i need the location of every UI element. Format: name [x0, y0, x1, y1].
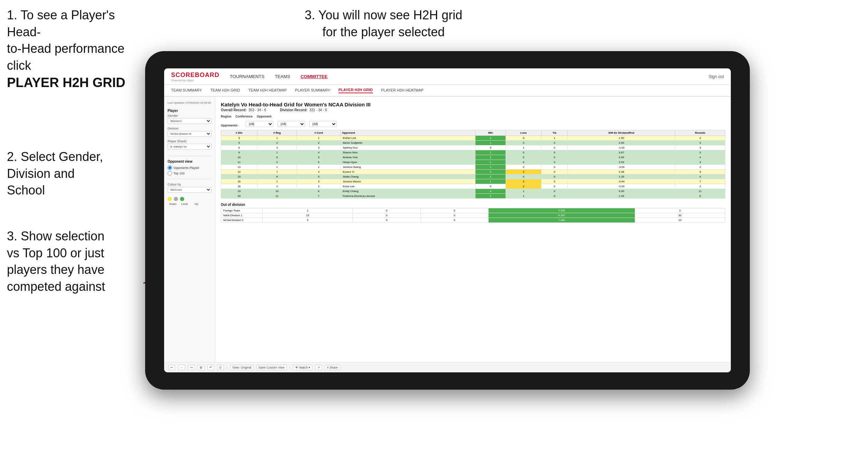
- division-record: Division Record: 331 - 34 - 6: [280, 108, 327, 112]
- sidebar-gender-select[interactable]: Women's Men's: [168, 118, 211, 124]
- dot-down: [168, 197, 172, 201]
- sub-nav: TEAM SUMMARY TEAM H2H GRID TEAM H2H HEAT…: [164, 85, 731, 97]
- out-of-division-row: NAIA Division 1 15 0 0 9.267 30: [221, 213, 725, 218]
- content-area: Katelyn Vo Head-to-Head Grid for Women's…: [215, 97, 731, 362]
- nav-links: TOURNAMENTS TEAMS COMMITTEE: [230, 74, 328, 79]
- sidebar-division-label: Division: [168, 127, 211, 130]
- content-title: Katelyn Vo Head-to-Head Grid for Women's…: [221, 102, 725, 107]
- table-header-row: # Div # Reg # Conf Opponent Win Loss Tie…: [221, 130, 725, 136]
- sidebar-colour-label: Colour by: [168, 183, 211, 186]
- col-div: # Div: [221, 130, 257, 136]
- filter-row-selects: Opponents: (All) (All) (All): [221, 121, 725, 127]
- sidebar-gender-label: Gender: [168, 114, 211, 117]
- logo: SCOREBOARD Powered by clippd: [171, 72, 219, 82]
- col-loss: Loss: [506, 130, 541, 136]
- sidebar-radio-opponents[interactable]: Opponents Played: [168, 165, 211, 170]
- filter-row: Region Conference Opponent: [221, 115, 725, 118]
- sidebar: Last Updated: 27/03/2024 16:55:38 Player…: [164, 97, 215, 362]
- out-of-division-row: NCAA Division 2 5 0 0 7.400 10: [221, 218, 725, 223]
- nav-teams[interactable]: TEAMS: [275, 74, 290, 79]
- toolbar-expand[interactable]: ↗: [315, 365, 322, 370]
- toolbar-sep-1: |: [227, 366, 227, 369]
- opponents-label: Opponents:: [221, 124, 242, 127]
- sidebar-player-rank-label: Player (Rank): [168, 140, 211, 143]
- sidebar-divider-2: [168, 179, 211, 179]
- filter-conference-group: Conference: [236, 115, 253, 118]
- conference-select[interactable]: (All): [277, 121, 305, 127]
- toolbar-grid[interactable]: ⊞: [198, 365, 205, 370]
- legend-up: Up: [191, 202, 201, 206]
- col-opponent: Opponent: [340, 130, 475, 136]
- sub-nav-player-h2h-heatmap[interactable]: PLAYER H2H HEATMAP: [381, 88, 424, 93]
- sidebar-opponent-view-title: Opponent view: [168, 160, 211, 163]
- table-row: 11 2 5 Heejo Hyun 1 0 0 3.33 3: [221, 160, 725, 165]
- toolbar-undo[interactable]: ↩: [168, 365, 175, 370]
- table-row: 10 6 3 Andrea York 2 0 0 4.00 4: [221, 155, 725, 160]
- toolbar-back[interactable]: ←: [178, 365, 185, 370]
- annotation-3-top: 3. You will now see H2H grid for the pla…: [287, 7, 480, 40]
- annotation-3-bottom: 3. Show selection vs Top 100 or just pla…: [7, 228, 142, 295]
- main-content: Last Updated: 27/03/2024 16:55:38 Player…: [164, 97, 731, 362]
- annotation-2: 2. Select Gender, Division and School: [7, 149, 135, 199]
- toolbar-redo[interactable]: ↪: [188, 365, 195, 370]
- col-rounds: Rounds: [675, 130, 725, 136]
- sidebar-player-rank-select[interactable]: 8. Katelyn Vo: [168, 144, 211, 150]
- opponents-select[interactable]: (All): [246, 121, 273, 127]
- col-tie: Tie: [541, 130, 568, 136]
- sub-nav-team-h2h-heatmap[interactable]: TEAM H2H HEATMAP: [248, 88, 287, 93]
- out-of-division-table: Foreign Team 1 0 0 4.500 2 NAIA Division…: [221, 208, 725, 223]
- out-of-division-title: Out of division: [221, 203, 725, 207]
- col-win: Win: [475, 130, 506, 136]
- table-row: 3 1 1 Esther Lee 1 0 1 1.50 4: [221, 136, 725, 141]
- opponent-select[interactable]: (All): [309, 121, 337, 127]
- content-records: Overall Record: 353 - 34 - 6 Division Re…: [221, 108, 725, 112]
- sidebar-division-select[interactable]: NCAA Division III NCAA Division I NCAA D…: [168, 131, 211, 137]
- toolbar-circle[interactable]: ⊙: [217, 365, 224, 370]
- filter-opponent-group: Opponent: [257, 115, 272, 118]
- sidebar-radio-top100[interactable]: Top 100: [168, 171, 211, 175]
- sidebar-colour-select[interactable]: Win/Loss: [168, 187, 211, 193]
- legend-level: Level: [179, 202, 190, 206]
- sidebar-divider: [168, 156, 211, 156]
- sidebar-timestamp: Last Updated: 27/03/2024 16:55:38: [168, 101, 211, 105]
- sub-nav-player-summary[interactable]: PLAYER SUMMARY: [295, 88, 330, 93]
- table-row: 15 8 5 Stella Cheng 1 0 0 1.25 4: [221, 174, 725, 179]
- bottom-toolbar: ↩ ← ↪ ⊞ ↶ ⊙ | View: Original Save Custom…: [164, 362, 731, 372]
- col-diff: Diff Av Strokes/Rnd: [568, 130, 675, 136]
- sidebar-player-title: Player: [168, 109, 211, 113]
- table-row: 9 1 4 Sharon Mun 1 0 0 3.67 3: [221, 150, 725, 155]
- sidebar-colour-section: Colour by Win/Loss Down Level Up: [168, 183, 211, 206]
- table-row: 20 11 7 Federica Domecq Lacroze 2 1 0 1.…: [221, 194, 725, 199]
- filter-region: Region: [221, 115, 232, 118]
- annotation-1: 1. To see a Player's Head- to-Head perfo…: [7, 7, 145, 92]
- h2h-table: # Div # Reg # Conf Opponent Win Loss Tie…: [221, 130, 725, 199]
- sub-nav-team-summary[interactable]: TEAM SUMMARY: [171, 88, 202, 93]
- table-row: 13 1 1 Jessica Huang 1 0 0 -3.00 2: [221, 165, 725, 170]
- sub-nav-player-h2h-grid[interactable]: PLAYER H2H GRID: [339, 88, 373, 93]
- sign-out[interactable]: Sign out: [709, 74, 724, 79]
- nav-committee[interactable]: COMMITTEE: [301, 74, 328, 79]
- sub-nav-team-h2h-grid[interactable]: TEAM H2H GRID: [210, 88, 240, 93]
- tablet-screen: SCOREBOARD Powered by clippd TOURNAMENTS…: [164, 68, 731, 372]
- table-row: 16 1 3 Jessica Mason 1 2 0 -0.94 7: [221, 179, 725, 184]
- colour-labels: Down Level Up: [168, 202, 211, 206]
- nav-tournaments[interactable]: TOURNAMENTS: [230, 74, 264, 79]
- tablet-device: SCOREBOARD Powered by clippd TOURNAMENTS…: [145, 51, 750, 390]
- out-of-division-row: Foreign Team 1 0 0 4.500 2: [221, 208, 725, 213]
- table-row: 14 7 4 Eunice Yi 2 2 0 0.38 9: [221, 170, 725, 174]
- toolbar-share[interactable]: ≡ Share: [325, 365, 340, 370]
- table-row: 18 2 2 Euna Lee 0 2 0 -5.00 2: [221, 184, 725, 189]
- table-row: 5 2 2 Alexis Sudjianto 1 0 0 4.00 3: [221, 141, 725, 145]
- toolbar-rotate[interactable]: ↶: [207, 365, 214, 370]
- colour-dots: [168, 197, 211, 201]
- toolbar-save-custom-view[interactable]: Save Custom View: [256, 365, 287, 370]
- top-nav: SCOREBOARD Powered by clippd TOURNAMENTS…: [164, 68, 731, 85]
- col-reg: # Reg: [257, 130, 297, 136]
- table-row: 6 3 3 Sydney Kuo 0 1 0 -1.00 3: [221, 145, 725, 150]
- toolbar-sep-2: |: [290, 366, 290, 369]
- col-conf: # Conf: [297, 130, 340, 136]
- toolbar-view-original[interactable]: View: Original: [230, 365, 253, 370]
- toolbar-watch[interactable]: 👁 Watch ▾: [293, 365, 312, 370]
- dot-up: [180, 197, 184, 201]
- overall-record: Overall Record: 353 - 34 - 6: [221, 108, 266, 112]
